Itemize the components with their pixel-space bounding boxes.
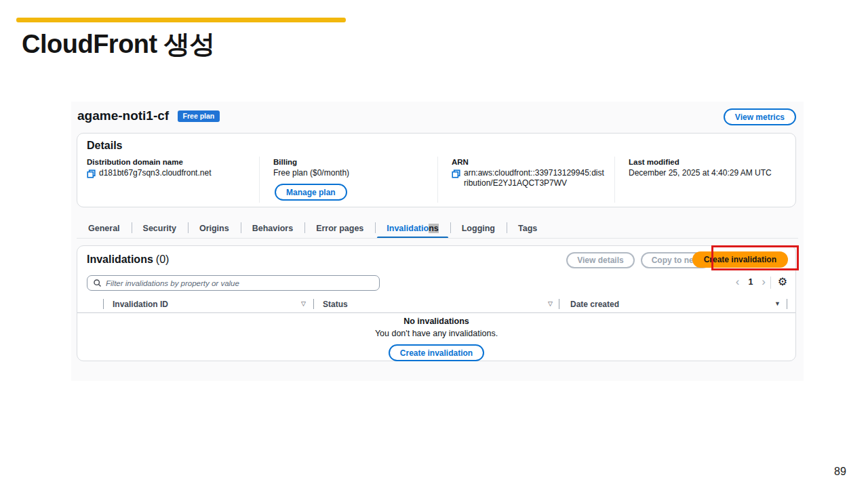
details-card: Details Distribution domain name d181bt6… [77,133,796,207]
distribution-header: agame-noti1-cf Free plan View metrics [77,108,797,127]
details-modified-column: Last modified December 25, 2025 at 4:40:… [615,157,795,203]
empty-state: No invalidations You don't have any inva… [77,317,795,361]
last-modified-value: December 25, 2025 at 4:40:29 AM UTC [629,168,787,178]
tab-security[interactable]: Security [132,218,188,238]
distribution-tabs: General Security Origins Behaviors Error… [77,218,798,238]
distribution-name: agame-noti1-cf [77,108,169,123]
empty-state-message: You don't have any invalidations. [77,329,795,338]
free-plan-badge: Free plan [178,110,220,122]
title-accent-bar [16,18,346,22]
empty-state-create-invalidation-button[interactable]: Create invalidation [389,344,484,361]
invalidations-search[interactable] [87,275,380,291]
current-page[interactable]: 1 [748,277,753,287]
column-header-date-created: Date created [570,300,619,309]
column-divider [787,299,787,309]
slide-page-number: 89 [834,466,846,478]
column-header-invalidation-id: Invalidation ID [113,300,168,309]
billing-value: Free plan ($0/month) [273,168,429,178]
domain-label: Distribution domain name [87,158,251,166]
pagination-divider [770,277,771,289]
invalidations-panel: Invalidations(0) View details Copy to ne… [77,245,796,361]
next-page-icon[interactable]: › [762,276,766,287]
tab-invalidations-selected-text: ns [429,224,439,233]
tab-logging[interactable]: Logging [450,218,507,238]
manage-plan-button[interactable]: Manage plan [275,184,347,201]
details-title: Details [87,140,122,152]
arn-value: arn:aws:cloudfront::339713129945:distrib… [464,168,606,188]
details-columns: Distribution domain name d181bt67g7sqn3.… [77,157,795,203]
tab-origins[interactable]: Origins [188,218,241,238]
tab-invalidations-text: Invalidatio [387,224,429,233]
invalidations-panel-title: Invalidations(0) [87,253,169,266]
create-invalidation-button[interactable]: Create invalidation [692,251,788,268]
tab-error-pages[interactable]: Error pages [304,218,375,238]
settings-gear-icon[interactable]: ⚙ [778,275,787,289]
details-domain-column: Distribution domain name d181bt67g7sqn3.… [77,157,260,203]
details-arn-column: ARN arn:aws:cloudfront::339713129945:dis… [438,157,615,203]
arn-label: ARN [452,158,606,166]
pagination: ‹ 1 › [736,276,766,287]
tab-behaviors[interactable]: Behaviors [241,218,304,238]
last-modified-label: Last modified [629,158,787,166]
billing-label: Billing [273,158,429,166]
domain-value: d181bt67g7sqn3.cloudfront.net [99,168,211,178]
invalidations-count: (0) [156,253,170,265]
invalidations-title-text: Invalidations [87,253,153,265]
tabs-divider-line [77,238,798,239]
sort-icon-status[interactable]: ▽ [548,300,553,307]
search-icon [93,279,102,287]
empty-state-title: No invalidations [77,317,795,326]
invalidations-actions: View details Copy to new [566,252,711,268]
tab-tags[interactable]: Tags [507,218,549,238]
previous-page-icon[interactable]: ‹ [736,276,740,287]
view-metrics-button[interactable]: View metrics [724,108,796,125]
column-divider [559,299,559,309]
tab-general[interactable]: General [77,218,132,238]
sort-icon-date-created[interactable]: ▼ [774,300,781,307]
tab-invalidations[interactable]: Invalidations [375,218,450,238]
slide-title: CloudFront 생성 [22,27,215,62]
invalidations-table-header: Invalidation ID ▽ Status ▽ Date created … [77,295,795,313]
copy-icon[interactable] [87,169,96,181]
search-input[interactable] [106,279,374,287]
view-details-button[interactable]: View details [566,252,634,268]
column-divider [313,299,314,309]
column-header-status: Status [323,300,348,309]
presentation-slide: CloudFront 생성 agame-noti1-cf Free plan V… [0,0,868,488]
sort-icon-invalidation-id[interactable]: ▽ [301,300,306,307]
cloudfront-console-screenshot: agame-noti1-cf Free plan View metrics De… [71,102,804,381]
details-billing-column: Billing Free plan ($0/month) Manage plan [260,157,438,203]
copy-icon[interactable] [452,169,460,181]
column-divider [103,299,104,309]
